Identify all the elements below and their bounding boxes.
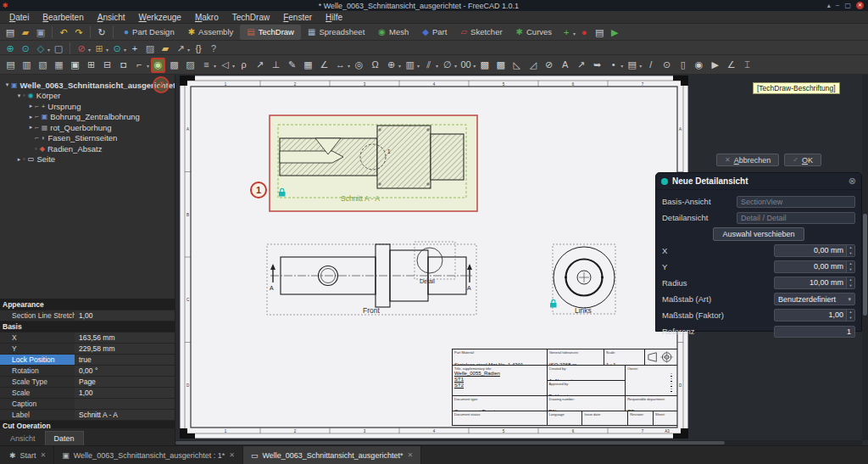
share-view-icon[interactable]: ↗ xyxy=(174,42,187,55)
chevron-down-icon[interactable]: ▾ xyxy=(47,48,50,53)
menu-hilfe[interactable]: Hilfe xyxy=(320,13,348,22)
tree-item-welle_0063_schnittansicht_ausgerichtet[interactable]: ▾▣Welle_0063_Schnittansicht_ausgerichtet xyxy=(0,80,175,91)
y-spin-down-icon[interactable]: ▼ xyxy=(847,267,854,273)
dimension-radius-icon[interactable]: ρ xyxy=(236,57,251,72)
detail-label[interactable]: Detail xyxy=(420,278,435,284)
toggle-frames-icon[interactable]: 00 xyxy=(459,57,473,72)
property-value[interactable]: Schnitt A - A xyxy=(75,410,175,420)
open-document-icon[interactable]: ▰ xyxy=(19,26,32,40)
undo-icon[interactable]: ↶ xyxy=(57,26,70,40)
note-icon[interactable]: ▯ xyxy=(676,58,690,73)
y-spinbox[interactable]: 0,00 mm▲▼ xyxy=(774,260,855,273)
property-value[interactable]: 0,00 ° xyxy=(75,366,175,376)
front-view-label[interactable]: Front xyxy=(363,306,380,315)
texture-icon[interactable]: ▨ xyxy=(143,42,157,55)
vertical-scrollbar-handle[interactable] xyxy=(863,214,867,316)
property-value[interactable]: true xyxy=(75,355,175,365)
macro-edit-icon[interactable]: ▤ xyxy=(593,26,606,40)
workbench-button-curves[interactable]: ✱Curves xyxy=(509,25,559,40)
property-row-y[interactable]: Y229,58 mm xyxy=(0,344,175,355)
tolerances-value[interactable]: ISO 2768-m xyxy=(549,362,576,365)
section-view-label[interactable]: Schnitt A - A xyxy=(341,194,380,203)
property-row-lock-position[interactable]: Lock Positiontrue xyxy=(0,355,175,366)
workbench-button-mesh[interactable]: ◉Mesh xyxy=(371,25,415,40)
expander-icon[interactable]: ▾ xyxy=(15,92,23,99)
chevron-down-icon[interactable]: ▾ xyxy=(573,31,576,36)
export-dxf-icon[interactable]: ▩ xyxy=(493,58,508,73)
document-type-value[interactable]: Component Drawing xyxy=(454,409,501,411)
tab-start[interactable]: ✱ Start ✕ xyxy=(2,446,54,464)
tree-item-radien_absatz[interactable]: ◦◆Radien_Absatz xyxy=(0,143,175,154)
no-hatch-icon[interactable]: ⊘ xyxy=(542,58,556,73)
tab-document-page[interactable]: ▭ Welle_0063_Schnittansicht_ausgerichtet… xyxy=(243,446,421,464)
property-value[interactable]: 1,00 xyxy=(75,310,175,321)
title-value-2[interactable]: ST1 xyxy=(454,377,545,383)
radius-spin-down-icon[interactable]: ▼ xyxy=(847,283,854,289)
expander-icon[interactable]: ▸ xyxy=(27,124,35,131)
dimension-vertical-icon[interactable]: ⊥ xyxy=(269,58,283,73)
dimension-repair-icon[interactable]: ✎ xyxy=(285,58,299,73)
owner-dash[interactable]: - xyxy=(627,386,672,391)
workbench-button-assembly[interactable]: ✱Assembly xyxy=(181,25,241,40)
projection-group-icon[interactable]: ⊟ xyxy=(100,58,114,73)
face-hatch-icon[interactable]: ▤ xyxy=(625,58,639,73)
fullscreen-icon[interactable]: ▢ xyxy=(52,42,65,55)
chevron-down-icon[interactable]: ▾ xyxy=(88,48,91,53)
horizontal-scrollbar-handle[interactable] xyxy=(175,441,725,444)
expander-icon[interactable]: ▸ xyxy=(27,103,35,109)
tab-document-3d[interactable]: ▣ Welle_0063_Schnittansicht_ausgerichtet… xyxy=(54,446,243,464)
insert-draft-view-icon[interactable]: ▩ xyxy=(167,58,181,73)
chevron-down-icon[interactable]: ▾ xyxy=(124,48,126,53)
dimension-leader-icon[interactable]: ↗ xyxy=(253,58,267,73)
radius-spinbox[interactable]: 10,00 mm▲▼ xyxy=(774,277,855,289)
title-value-3[interactable]: ST2 xyxy=(454,383,545,389)
cosmetic-line-icon[interactable]: ⫽ xyxy=(421,58,436,73)
expression-icon[interactable]: {} xyxy=(192,42,205,55)
workbench-button-techdraw[interactable]: ▤TechDraw xyxy=(240,25,301,40)
menu-datei[interactable]: Datei xyxy=(3,13,35,22)
vertical-scrollbar[interactable] xyxy=(862,75,868,440)
revision-value[interactable]: AAA xyxy=(630,424,640,425)
centerline-icon[interactable]: ⊕ xyxy=(384,58,398,73)
rich-annotation-icon[interactable]: ➥ xyxy=(590,58,604,73)
approved-by-value[interactable]: B. Hecate xyxy=(549,394,571,395)
document-status-value[interactable]: In preparation xyxy=(454,424,486,425)
save-document-icon[interactable]: ▣ xyxy=(34,26,47,40)
chevron-down-icon[interactable]: ▾ xyxy=(473,64,476,69)
weld-tool-icon[interactable]: ⌶ xyxy=(740,58,754,73)
property-value[interactable]: 163,56 mm xyxy=(75,333,175,343)
issue-date-value[interactable]: 01.06.25 xyxy=(584,424,604,425)
expander-icon[interactable]: ▸ xyxy=(27,114,35,120)
hatch-region-icon[interactable]: ▥ xyxy=(403,58,417,73)
workbench-button-spreadsheet[interactable]: ▦Spreadsheet xyxy=(301,25,371,40)
tab-daten[interactable]: Daten xyxy=(45,431,84,445)
group-folder-icon[interactable]: ▰ xyxy=(159,42,172,55)
chevron-down-icon[interactable]: ▾ xyxy=(232,64,235,69)
weld-symbol-icon[interactable]: ◿ xyxy=(526,58,540,73)
insert-view-icon[interactable]: ⊞ xyxy=(84,58,98,73)
chevron-down-icon[interactable]: ▾ xyxy=(187,48,190,53)
chevron-down-icon[interactable]: ▾ xyxy=(417,64,420,69)
insert-camera-image-icon[interactable]: ◘ xyxy=(116,57,131,72)
balloon-icon[interactable]: ◎ xyxy=(352,58,366,73)
ok-button[interactable]: ✓OK xyxy=(784,154,821,166)
visibility-icon[interactable]: ◉ xyxy=(692,58,706,73)
expander-icon[interactable]: ▸ xyxy=(15,156,23,163)
clip-group-icon[interactable]: ⌐ xyxy=(132,57,147,72)
title-value-1[interactable]: Welle_0055_Radien xyxy=(454,371,545,377)
language-value[interactable]: EN xyxy=(549,424,556,425)
property-value[interactable] xyxy=(75,399,175,409)
zoom-fit-all-icon[interactable]: ⊕ xyxy=(3,42,17,55)
menu-makro[interactable]: Makro xyxy=(189,13,225,22)
leader-line-icon[interactable]: ↗ xyxy=(574,58,588,73)
new-page-template-icon[interactable]: ▥ xyxy=(19,58,34,73)
workbench-add-icon[interactable]: + xyxy=(559,25,573,39)
dimension-horizontal-icon[interactable]: ↔ xyxy=(333,57,348,72)
chevron-down-icon[interactable]: ▾ xyxy=(436,64,438,69)
chevron-down-icon[interactable]: ▾ xyxy=(214,64,216,69)
property-value[interactable]: Page xyxy=(75,377,175,387)
axis-cross-icon[interactable]: + xyxy=(128,42,142,55)
refresh-icon[interactable]: ↻ xyxy=(95,26,108,40)
dialog-close-icon[interactable]: ⊗ xyxy=(849,176,856,187)
scale-factor-spin-down-icon[interactable]: ▼ xyxy=(847,316,854,321)
